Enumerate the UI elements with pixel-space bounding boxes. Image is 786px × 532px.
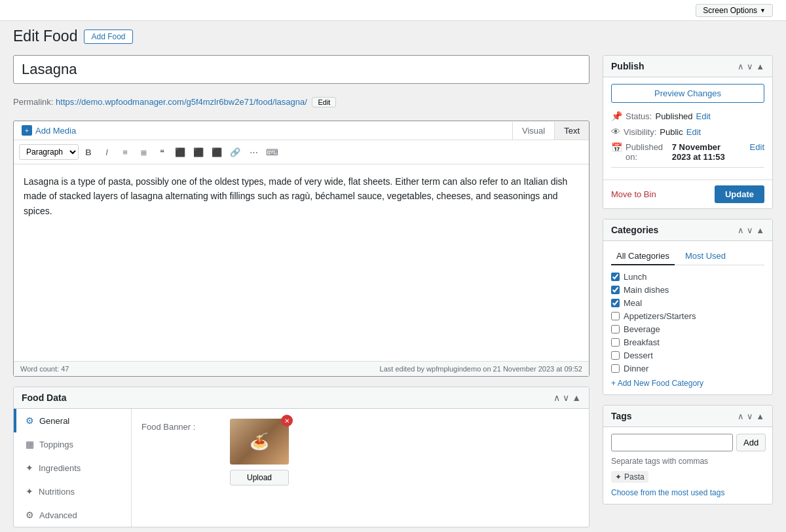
bold-button[interactable]: B [80,143,97,161]
category-list: Lunch Main dishes Meal Appetizers/Starte… [611,272,764,373]
published-on-value: 7 November 2023 at 11:53 [672,142,741,162]
cat-checkbox-breakfast[interactable] [611,338,620,347]
preview-changes-button[interactable]: Preview Changes [611,84,764,103]
quote-icon: ❝ [160,147,164,157]
cat-checkbox-lunch[interactable] [611,273,620,281]
tags-body: Add Separate tags with commas ✦ Pasta Ch… [603,427,772,504]
more-button[interactable]: ⋯ [245,143,262,161]
keyboard-button[interactable]: ⌨ [263,143,280,161]
cat-item-dinner[interactable]: Dinner [611,364,764,373]
publish-up-button[interactable]: ∧ [738,62,744,71]
permalink-url[interactable]: https://demo.wpfoodmanager.com/g5f4mzlr6… [56,97,307,107]
unordered-list-button[interactable]: ≡ [117,143,134,161]
cat-checkbox-main-dishes[interactable] [611,286,620,294]
screen-options-button[interactable]: Screen Options [696,4,773,17]
food-data-header: Food Data ∧ ∨ ▲ [14,387,589,409]
blockquote-button[interactable]: ❝ [153,143,170,161]
title-input[interactable] [13,55,590,84]
publish-divider [611,167,764,168]
visibility-edit-link[interactable]: Edit [686,127,701,137]
tag-add-button[interactable]: Add [736,434,766,451]
banner-row: Food Banner : 🍝 ✕ Upload [141,419,579,485]
status-edit-link[interactable]: Edit [696,111,711,121]
format-select[interactable]: Paragraph [19,144,79,160]
right-column: Publish ∧ ∨ ▲ Preview Changes 📌 Status: … [603,55,773,504]
food-data-up-button[interactable]: ∧ [553,392,560,403]
update-button[interactable]: Update [715,185,764,203]
nav-toppings-label: Toppings [39,440,73,449]
cat-item-beverage[interactable]: Beverage [611,324,764,334]
food-data-collapse-controls: ∧ ∨ ▲ [553,392,581,403]
cat-item-main-dishes[interactable]: Main dishes [611,285,764,295]
published-edit-link[interactable]: Edit [750,142,764,152]
tag-pasta-remove-icon: ✦ [615,472,622,482]
categories-collapse-button[interactable]: ▲ [756,225,764,235]
align-right-button[interactable]: ⬛ [208,143,225,161]
align-center-button[interactable]: ⬛ [190,143,207,161]
nav-item-toppings[interactable]: ▦ Toppings [14,432,131,456]
permalink-edit-button[interactable]: Edit [312,97,336,107]
advanced-icon: ⚙ [26,510,34,520]
categories-header: Categories ∧ ∨ ▲ [603,219,772,241]
cat-checkbox-meal[interactable] [611,299,620,307]
tab-text[interactable]: Text [554,122,589,140]
page-header: Edit Food Add Food [0,21,786,45]
tags-collapse-button[interactable]: ▲ [756,411,764,421]
food-data-down-button[interactable]: ∨ [563,392,569,403]
nav-item-ingredients[interactable]: ✦ Ingredients [14,456,131,480]
food-data-collapse-button[interactable]: ▲ [572,392,581,403]
tags-title: Tags [611,411,632,421]
choose-tags-link[interactable]: Choose from the most used tags [611,488,764,497]
general-icon: ⚙ [26,415,34,426]
cat-item-lunch[interactable]: Lunch [611,272,764,282]
nav-advanced-label: Advanced [39,510,77,520]
tab-all-categories[interactable]: All Categories [611,248,675,265]
tab-visual[interactable]: Visual [512,122,554,140]
cat-item-dessert[interactable]: Dessert [611,351,764,360]
link-button[interactable]: 🔗 [227,143,244,161]
cat-item-meal[interactable]: Meal [611,298,764,308]
food-image: 🍝 [230,419,289,465]
editor-box: + Add Media Visual Text Paragraph B I ≡ … [13,121,590,377]
banner-remove-button[interactable]: ✕ [281,415,293,427]
nutritions-icon: ✦ [26,486,33,497]
cat-item-appetizers[interactable]: Appetizers/Starters [611,311,764,321]
cat-label-beverage: Beverage [624,324,660,334]
bold-icon: B [85,147,91,157]
publish-collapse-button[interactable]: ▲ [756,62,764,71]
categories-up-button[interactable]: ∧ [738,225,744,235]
tags-up-button[interactable]: ∧ [738,411,744,421]
cat-checkbox-dessert[interactable] [611,351,620,360]
italic-button[interactable]: I [98,143,115,161]
nav-item-general[interactable]: ⚙ General [14,409,131,432]
add-media-button[interactable]: + Add Media [14,121,84,140]
cat-checkbox-dinner[interactable] [611,364,620,373]
cat-checkbox-beverage[interactable] [611,325,620,333]
calendar-icon: 📅 [611,142,622,153]
add-food-button[interactable]: Add Food [84,29,132,44]
categories-panel: Categories ∧ ∨ ▲ All Categories Most Use… [603,219,773,395]
nav-item-nutritions[interactable]: ✦ Nutritions [14,480,131,503]
align-left-button[interactable]: ⬛ [172,143,189,161]
format-toolbar: Paragraph B I ≡ ≣ ❝ ⬛ ⬛ ⬛ 🔗 ⋯ ⌨ [14,140,589,164]
ordered-list-button[interactable]: ≣ [135,143,152,161]
upload-button[interactable]: Upload [230,470,289,485]
tags-header: Tags ∧ ∨ ▲ [603,406,772,427]
publish-down-button[interactable]: ∨ [747,62,753,71]
tab-most-used[interactable]: Most Used [680,248,731,265]
add-new-category-link[interactable]: + Add New Food Category [611,379,764,388]
move-to-bin-link[interactable]: Move to Bin [611,189,656,199]
nav-item-advanced[interactable]: ⚙ Advanced [14,503,131,527]
cat-label-dessert: Dessert [624,351,653,360]
tags-down-button[interactable]: ∨ [747,411,753,421]
tag-pasta-label: Pasta [624,472,645,482]
cat-item-breakfast[interactable]: Breakfast [611,337,764,347]
editor-content[interactable]: Lasagna is a type of pasta, possibly one… [14,164,589,361]
categories-down-button[interactable]: ∨ [747,225,753,235]
cat-label-meal: Meal [624,298,642,308]
tags-controls: ∧ ∨ ▲ [738,411,764,421]
cat-checkbox-appetizers[interactable] [611,312,620,320]
editor-toolbar-top: + Add Media Visual Text [14,121,589,140]
tag-input[interactable] [611,434,733,451]
status-label: Status: [626,111,652,121]
